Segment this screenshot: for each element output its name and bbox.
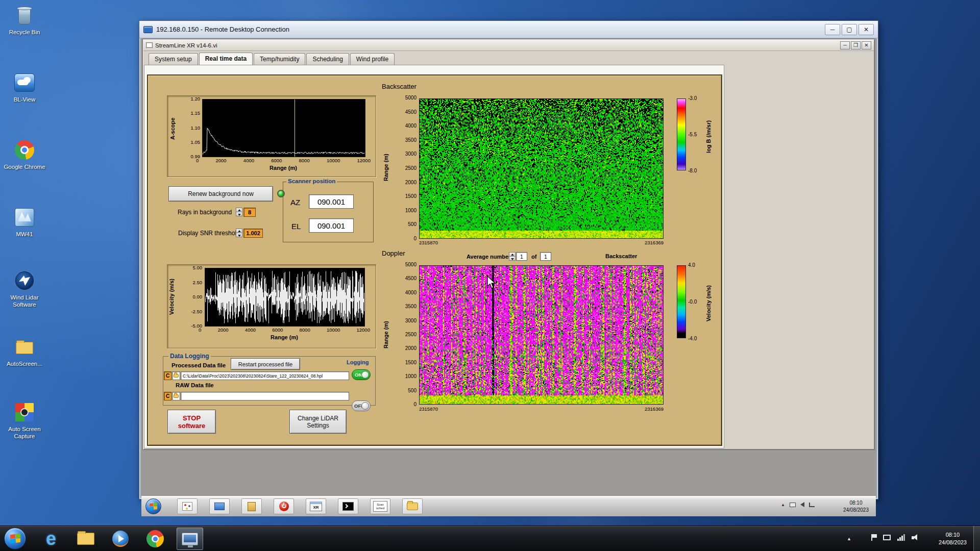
rays-in-background-label: Rays in background: [178, 209, 232, 216]
remote-hidden-icons-chevron[interactable]: ▲: [781, 503, 785, 507]
rdp-titlebar[interactable]: 192.168.0.150 - Remote Desktop Connectio…: [139, 21, 878, 38]
stop-button-line2: software: [178, 422, 205, 430]
tick-label: 2315870: [419, 240, 438, 245]
processed-browse-button[interactable]: [172, 371, 180, 380]
desktop-icon-recycle-bin[interactable]: Recycle Bin: [0, 4, 49, 36]
network-icon[interactable]: [897, 534, 905, 541]
average-total-field[interactable]: 1: [540, 252, 551, 261]
desktop-icon-auto-screen-capture[interactable]: Auto Screen Capture: [0, 401, 49, 440]
taskbar-explorer-button[interactable]: [72, 528, 99, 550]
rays-value-field[interactable]: 8: [243, 208, 256, 217]
processed-drive-selector[interactable]: C: [164, 371, 172, 380]
tab-wind-profile[interactable]: Wind profile: [350, 53, 395, 65]
desktop-icon-google-chrome[interactable]: Google Chrome: [0, 139, 49, 170]
snr-spinner[interactable]: [236, 229, 242, 238]
remote-volume-icon[interactable]: [800, 502, 804, 507]
taskbar: e ▲ 08:10 24/08/2023: [0, 525, 980, 551]
xr-window-icon: XR: [310, 502, 322, 511]
clock[interactable]: 08:10 24/08/2023: [939, 531, 967, 546]
action-center-flag-icon[interactable]: [871, 534, 876, 541]
remote-taskbar-folder-button[interactable]: [402, 498, 423, 514]
tab-system-setup[interactable]: System setup: [149, 53, 198, 65]
desktop-icon-wind-lidar[interactable]: Wind Lidar Software: [0, 269, 49, 309]
remote-taskbar-paint-button[interactable]: [177, 498, 198, 514]
tick-label: 4500: [405, 109, 416, 115]
remote-taskbar-power-button[interactable]: [274, 498, 294, 514]
tick-label: -5.5: [688, 132, 697, 137]
backscatter-plot-area[interactable]: [419, 98, 664, 239]
remote-start-button[interactable]: [145, 498, 161, 514]
renew-background-button[interactable]: Renew background now: [168, 186, 273, 202]
desktop-icon-label: Recycle Bin: [0, 29, 49, 36]
display-icon[interactable]: [883, 535, 891, 540]
remote-taskbar-xr-window-button[interactable]: XR: [306, 498, 326, 514]
tick-label: 2315870: [419, 406, 438, 412]
remote-clock[interactable]: 08:10 24/08/2023: [843, 499, 869, 513]
tick-label: 5.00: [193, 265, 203, 270]
el-value-field[interactable]: 090.001: [309, 218, 354, 233]
ascope-y-ticks: 1.201.151.101.050.99: [181, 96, 200, 159]
xr-icon-label: XR: [313, 505, 318, 510]
tick-label: 1.05: [191, 139, 201, 145]
tab-scheduling[interactable]: Scheduling: [306, 53, 349, 65]
show-desktop-button[interactable]: [973, 526, 980, 551]
clock-time: 08:10: [939, 531, 967, 539]
rdp-monitor-icon: [182, 533, 198, 545]
stop-software-button[interactable]: STOP software: [167, 410, 216, 434]
remote-taskbar-console-button[interactable]: [338, 498, 358, 514]
remote-taskbar-scan-sched-button[interactable]: Scan sched: [370, 498, 390, 514]
processed-logging-toggle[interactable]: ON: [352, 369, 371, 380]
doppler-plot-area[interactable]: [419, 265, 664, 405]
doppler-y-axis-label: Range (m): [383, 294, 389, 375]
app-titlebar[interactable]: StreamLine XR v14-6.vi ─ ❐ ✕: [143, 40, 874, 51]
raw-path-field[interactable]: [181, 392, 349, 400]
hidden-icons-chevron[interactable]: ▲: [847, 536, 851, 541]
minimize-button[interactable]: ─: [825, 24, 840, 35]
remote-display-icon[interactable]: [790, 503, 796, 507]
tick-label: 10000: [327, 158, 340, 163]
volume-icon[interactable]: [912, 534, 920, 541]
taskbar-wmp-button[interactable]: [107, 528, 134, 550]
tab-real-time-data[interactable]: Real time data: [199, 53, 253, 65]
chrome-icon: [13, 139, 36, 161]
raw-drive-selector[interactable]: C: [164, 392, 172, 400]
remote-tray-icons: ▲: [781, 502, 815, 507]
average-number-spinner[interactable]: [509, 252, 516, 261]
tray-icons: [871, 534, 920, 541]
desktop-icon-mw41[interactable]: MW41: [0, 206, 49, 238]
app-restore-button[interactable]: ❐: [851, 41, 861, 49]
browse-folder-icon: [174, 394, 179, 398]
taskbar-ie-button[interactable]: e: [38, 528, 64, 550]
app-close-button[interactable]: ✕: [862, 41, 871, 49]
remote-taskbar-yellow-app-button[interactable]: [241, 498, 262, 514]
raw-browse-button[interactable]: [172, 392, 180, 400]
remote-taskbar: XR Scan sched ▲ 08:10 24/08/2023: [141, 495, 876, 516]
start-button[interactable]: [4, 528, 26, 549]
doppler-title: Doppler: [382, 249, 405, 257]
processed-path-field[interactable]: C:\Lidar\Data\Proc\2023\202308\20230824\…: [181, 371, 349, 380]
velocity-plot-area[interactable]: [205, 268, 365, 327]
close-button[interactable]: ✕: [859, 24, 874, 35]
snr-value-field[interactable]: 1.002: [243, 229, 263, 238]
tick-label: 2500: [405, 332, 416, 337]
desktop-icon-autoscreen[interactable]: AutoScreen...: [0, 336, 49, 367]
scanner-position-group: Scanner position AZ 090.001 EL 090.001: [283, 182, 374, 242]
scan-sched-icon-label: Scan sched: [374, 503, 387, 510]
taskbar-chrome-button[interactable]: [142, 528, 168, 550]
remote-network-icon[interactable]: [809, 503, 815, 507]
maximize-button[interactable]: ▢: [842, 24, 857, 35]
app-minimize-button[interactable]: ─: [840, 41, 850, 49]
average-number-field[interactable]: 1: [516, 252, 527, 261]
az-value-field[interactable]: 090.001: [309, 194, 354, 209]
change-lidar-settings-button[interactable]: Change LiDAR Settings: [289, 410, 347, 434]
ascope-plot-area[interactable]: [202, 99, 365, 157]
remote-taskbar-blview-button[interactable]: [209, 498, 230, 514]
taskbar-rdp-button[interactable]: [177, 528, 203, 550]
restart-processed-file-button[interactable]: Restart processed file: [231, 358, 300, 370]
tick-label: 0.00: [193, 294, 203, 299]
internet-explorer-icon: e: [46, 528, 56, 549]
rays-spinner[interactable]: [236, 208, 242, 217]
desktop-icon-bl-view[interactable]: BL-View: [0, 71, 49, 103]
tab-temp-humidity[interactable]: Temp/humidity: [254, 53, 305, 65]
raw-logging-toggle[interactable]: OFF: [352, 400, 371, 411]
